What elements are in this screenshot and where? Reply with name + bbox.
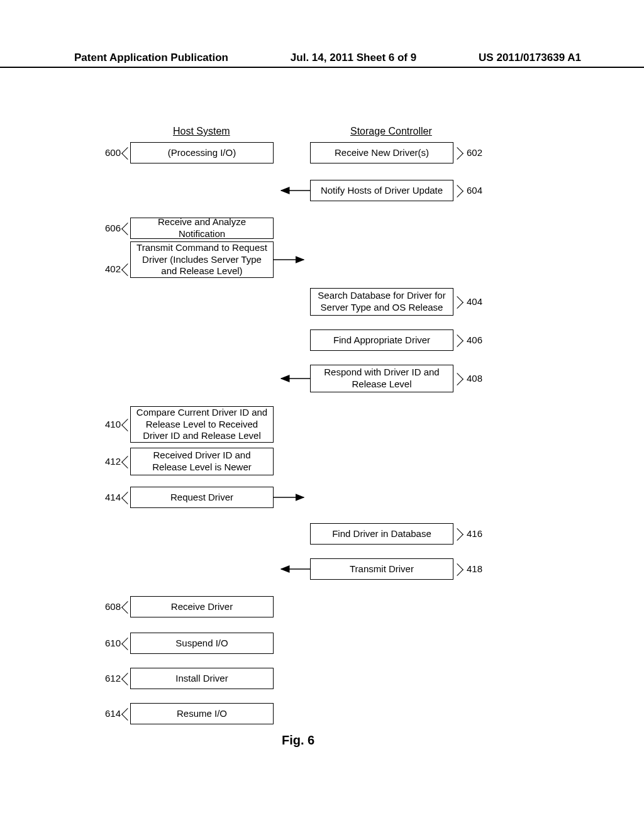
ref-410: 410 xyxy=(105,419,121,429)
ref-612: 612 xyxy=(105,673,121,683)
box-404: Search Database for Driver for Server Ty… xyxy=(310,288,453,316)
box-414: Request Driver xyxy=(130,487,274,508)
ref-418: 418 xyxy=(467,563,482,574)
box-602: Receive New Driver(s) xyxy=(310,142,453,163)
box-416: Find Driver in Database xyxy=(310,523,453,545)
ref-602: 602 xyxy=(467,147,482,158)
box-600: (Processing I/O) xyxy=(130,142,274,163)
box-612: Install Driver xyxy=(130,668,274,689)
box-408: Respond with Driver ID and Release Level xyxy=(310,365,453,392)
arrows-layer xyxy=(0,126,644,817)
ref-406: 406 xyxy=(467,335,482,345)
ref-412: 412 xyxy=(105,456,121,467)
box-406: Find Appropriate Driver xyxy=(310,329,453,351)
box-412: Received Driver ID and Release Level is … xyxy=(130,448,274,475)
ref-604: 604 xyxy=(467,185,482,196)
page-header: Patent Application Publication Jul. 14, … xyxy=(0,52,644,68)
ref-600: 600 xyxy=(105,147,121,158)
ref-610: 610 xyxy=(105,638,121,648)
header-right: US 2011/0173639 A1 xyxy=(479,52,581,64)
ref-414: 414 xyxy=(105,492,121,502)
ref-402: 402 xyxy=(105,263,121,274)
box-410: Compare Current Driver ID and Release Le… xyxy=(130,406,274,443)
header-center: Jul. 14, 2011 Sheet 6 of 9 xyxy=(291,52,416,64)
box-604: Notify Hosts of Driver Update xyxy=(310,180,453,201)
storage-column-header: Storage Controller xyxy=(350,126,432,137)
ref-416: 416 xyxy=(467,528,482,539)
box-418: Transmit Driver xyxy=(310,558,453,580)
ref-608: 608 xyxy=(105,601,121,612)
box-608: Receive Driver xyxy=(130,596,274,617)
host-column-header: Host System xyxy=(173,126,230,137)
box-402: Transmit Command to Request Driver (Incl… xyxy=(130,241,274,278)
ref-614: 614 xyxy=(105,708,121,719)
ref-404: 404 xyxy=(467,296,482,307)
box-606: Receive and Analyze Notification xyxy=(130,218,274,239)
figure-caption: Fig. 6 xyxy=(282,733,314,748)
box-610: Suspend I/O xyxy=(130,633,274,654)
ref-408: 408 xyxy=(467,373,482,384)
ref-606: 606 xyxy=(105,223,121,233)
header-left: Patent Application Publication xyxy=(74,52,228,64)
box-614: Resume I/O xyxy=(130,703,274,724)
